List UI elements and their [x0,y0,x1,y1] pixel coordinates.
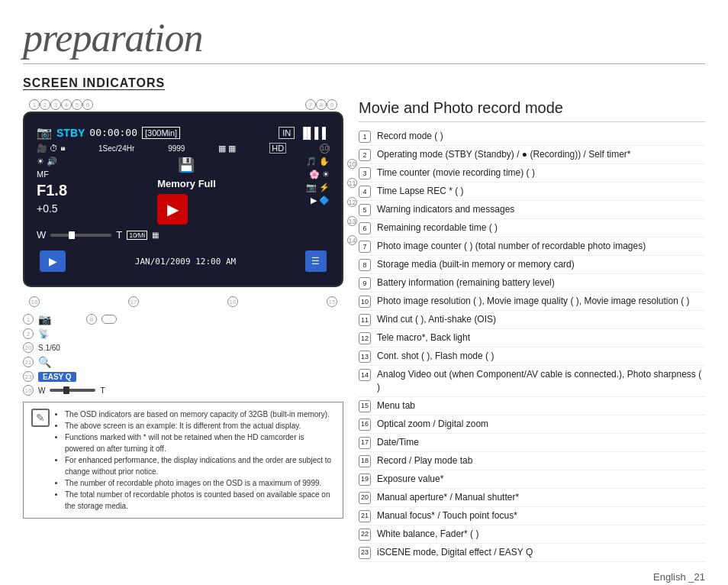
zoom-row: W T 10⁄Mi ▦ [37,229,330,241]
exp-value: +0.5 [37,202,67,215]
list-item: 17Date/Time [359,436,705,452]
item-num: 14 [359,369,371,381]
item-num: 19 [359,473,371,486]
item-text: Operating mode (STBY (Standby) / ● (Reco… [377,148,705,161]
cam-icon-13: 📷 ⚡ [306,183,330,192]
ind-num-21: 21 [23,357,34,367]
ind-icon-2: 📡 [38,328,50,339]
item-text: Photo image counter ( ) (total number of… [377,240,705,253]
camera-display: 📷 STBY 00:00:00 [300Min] IN ▐▌▌▌ 🎥 ⏱ ▦ 1… [23,112,343,287]
ind-row-20: 20 S.1/60 [23,342,343,353]
item-text: Cont. shot ( ), Flash mode ( ) [377,350,705,363]
right-column: Movie and Photo record mode 1Record mode… [359,99,705,583]
list-item: 18Record / Play mode tab [359,454,705,470]
list-item: 3Time counter (movie recording time) ( ) [359,166,705,183]
num-9: 9 [327,99,337,110]
item-text: Storage media (built-in memory or memory… [377,258,705,271]
item-num: 17 [359,437,371,449]
num-16-bot: 16 [227,296,238,307]
item-text: Analog Video out (when Component/AV cabl… [377,368,705,394]
zoom-track [50,234,111,237]
note-6: The total number of recordable photos is… [65,489,335,512]
item-text: Manual focus* / Touch point focus* [377,509,705,522]
notes-box: ✎ The OSD indicators are based on memory… [23,402,343,519]
zoom-w-label: W [37,229,46,241]
ind-num-23: 23 [23,371,34,382]
item-num: 15 [359,400,371,412]
item-num: 11 [359,314,371,326]
item-num: 4 [359,186,371,198]
list-item: 1Record mode ( ) [359,130,705,146]
item-text: Optical zoom / Digital zoom [377,418,705,431]
notes-list: The OSD indicators are based on memory c… [56,409,335,512]
list-item: 14Analog Video out (when Component/AV ca… [359,368,705,397]
f-value: F1.8 [37,182,67,199]
item-text: Manual aperture* / Manual shutter* [377,491,705,504]
list-item: 10Photo image resolution ( ), Movie imag… [359,295,705,311]
hd-badge: HD [269,143,286,154]
list-item: 6Remaining recordable time ( ) [359,221,705,238]
footer-text: English _21 [359,571,705,583]
item-num: 12 [359,332,371,344]
item-num: 23 [359,547,371,559]
ind-num-20: 20 [23,342,34,353]
mode-title: Movie and Photo record mode [359,99,705,122]
item-text: Remaining recordable time ( ) [377,221,705,234]
num-11-side: 11 [347,178,357,188]
item-num: 10 [359,296,371,308]
item-text: Menu tab [377,399,705,412]
num-3: 3 [50,99,61,110]
item-num: 21 [359,510,371,522]
cam-icon-left: 🎥 ⏱ ▦ [37,144,65,154]
list-item: 2Operating mode (STBY (Standby) / ● (Rec… [359,148,705,164]
top-number-row: 1 2 3 4 5 6 7 8 9 [23,99,343,110]
list-item: 8Storage media (built-in memory or memor… [359,258,705,274]
item-text: Record mode ( ) [377,130,705,143]
num-4: 4 [61,99,72,110]
ind-row-1: 1 📷 8 [23,313,343,325]
item-num: 1 [359,131,371,143]
list-item: 16Optical zoom / Digital zoom [359,418,705,434]
item-num: 18 [359,455,371,467]
cam-icon-right: ▦ ▦ [218,144,236,154]
num-18-bot: 18 [29,296,40,307]
date-time: JAN/01/2009 12:00 AM [135,257,236,267]
zoom-res-badge: 10⁄Mi [127,231,147,240]
left-column: 1 2 3 4 5 6 7 8 9 📷 STBY 00:00:00 [300Mi… [23,99,343,583]
bracket-time: [300Min] [142,127,180,139]
num-10-ref: 10 [320,144,330,154]
note-4: For enhanced performance, the display in… [65,454,335,477]
ind-row-23: 23 EASY Q [23,371,343,382]
cam-bottom: ▶ JAN/01/2009 12:00 AM ☰ [40,250,327,272]
num-5: 5 [72,99,82,110]
item-num: 16 [359,419,371,431]
time-lapse-label: 1Sec/24Hr [98,144,134,153]
list-item: 21Manual focus* / Touch point focus* [359,509,705,525]
menu-icon[interactable]: ☰ [305,250,327,272]
item-text: White balance, Fader* ( ) [377,528,705,541]
cam-row2: 🎥 ⏱ ▦ 1Sec/24Hr 9999 ▦ ▦ HD 10 [37,143,330,154]
list-item: 19Exposure value* [359,473,705,489]
list-item: 7Photo image counter ( ) (total number o… [359,240,705,256]
zoom-t-small: T [100,386,105,395]
note-3: Functions marked with * will not be reta… [65,431,335,454]
num-6: 6 [82,99,93,110]
notes-icon: ✎ [31,409,50,427]
num-17-bot: 17 [128,296,139,307]
cam-left-icons: ☀ 🔊 MF F1.8 +0.5 [37,157,67,215]
play-button[interactable]: ▶ [40,250,66,272]
bottom-number-row: 18 17 16 15 [23,296,343,307]
list-item: 13Cont. shot ( ), Flash mode ( ) [359,350,705,366]
num-12-side: 12 [347,197,357,207]
zoom-thumb [69,231,75,239]
memory-full-text: Memory Full [157,178,216,189]
item-num: 3 [359,167,371,179]
num-1: 1 [29,99,40,110]
item-text: Exposure value* [377,473,705,486]
item-text: Battery information (remaining battery l… [377,276,705,289]
list-item: 12Tele macro*, Back light [359,331,705,347]
cam-icon-12: 🌸 ☀ [309,170,330,179]
item-text: iSCENE mode, Digital effect / EASY Q [377,546,705,559]
zoom-thumb-small [63,386,69,394]
cam-right-icons: 🎵 ✋ 🌸 ☀ 📷 ⚡ ▶ 🔷 [306,157,330,205]
